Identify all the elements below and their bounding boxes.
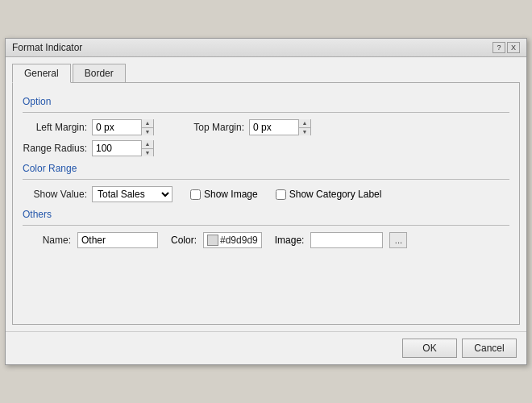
show-category-label-group: Show Category Label [276,189,382,200]
show-category-label-text: Show Category Label [289,189,382,200]
title-bar-buttons: ? X [493,42,520,53]
option-section-label: Option [23,96,509,107]
tab-general[interactable]: General [12,64,71,83]
top-margin-arrows: ▲ ▼ [298,119,310,135]
color-hex-text: #d9d9d9 [220,235,258,246]
color-label: Color: [171,235,197,246]
range-radius-up[interactable]: ▲ [142,140,153,149]
range-radius-spinner[interactable]: ▲ ▼ [92,140,154,156]
top-margin-down[interactable]: ▼ [299,128,310,136]
left-margin-arrows: ▲ ▼ [141,119,153,135]
general-panel: Option Left Margin: ▲ ▼ Top Margin: [12,83,520,325]
color-range-section-label: Color Range [23,163,509,174]
option-divider [23,112,509,113]
browse-button[interactable]: ... [389,232,407,248]
others-section-label: Others [23,209,509,220]
image-label: Image: [275,235,305,246]
show-value-label: Show Value: [23,189,87,200]
margin-row: Left Margin: ▲ ▼ Top Margin: ▲ ▼ [23,119,509,135]
top-margin-spinner[interactable]: ▲ ▼ [249,119,311,135]
range-radius-label: Range Radius: [23,143,87,154]
left-margin-input[interactable] [93,120,141,135]
dialog-title: Format Indicator [12,42,82,53]
show-value-row: Show Value: Total Sales Average Count Sh… [23,186,509,202]
dialog-body: General Border Option Left Margin: ▲ ▼ T… [6,57,526,331]
close-button[interactable]: X [507,42,520,53]
name-label: Name: [23,235,71,246]
top-margin-up[interactable]: ▲ [299,119,310,128]
top-margin-label: Top Margin: [180,122,244,133]
range-radius-down[interactable]: ▼ [142,149,153,157]
show-value-select[interactable]: Total Sales Average Count [92,186,172,202]
color-swatch[interactable]: #d9d9d9 [203,232,262,248]
left-margin-down[interactable]: ▼ [142,128,153,136]
show-image-checkbox[interactable] [190,189,201,200]
top-margin-input[interactable] [250,120,298,135]
show-image-group: Show Image [190,189,258,200]
tab-bar: General Border [12,64,520,83]
dialog-footer: OK Cancel [6,331,526,364]
others-row: Name: Color: #d9d9d9 Image: ... [23,232,509,248]
range-radius-input[interactable] [93,141,141,156]
tab-border[interactable]: Border [73,64,126,82]
left-margin-label: Left Margin: [23,122,87,133]
left-margin-spinner[interactable]: ▲ ▼ [92,119,154,135]
cancel-button[interactable]: Cancel [462,339,517,358]
image-input[interactable] [310,232,383,248]
left-margin-up[interactable]: ▲ [142,119,153,128]
format-indicator-dialog: Format Indicator ? X General Border Opti… [5,38,527,365]
show-image-label: Show Image [204,189,258,200]
title-bar: Format Indicator ? X [6,39,526,57]
ok-button[interactable]: OK [402,339,457,358]
show-category-label-checkbox[interactable] [276,189,286,200]
others-divider [23,225,509,226]
help-button[interactable]: ? [493,42,505,53]
name-input[interactable] [77,232,158,248]
range-radius-row: Range Radius: ▲ ▼ [23,140,509,156]
color-box [207,235,218,246]
color-range-divider [23,179,509,180]
range-radius-arrows: ▲ ▼ [141,140,153,156]
